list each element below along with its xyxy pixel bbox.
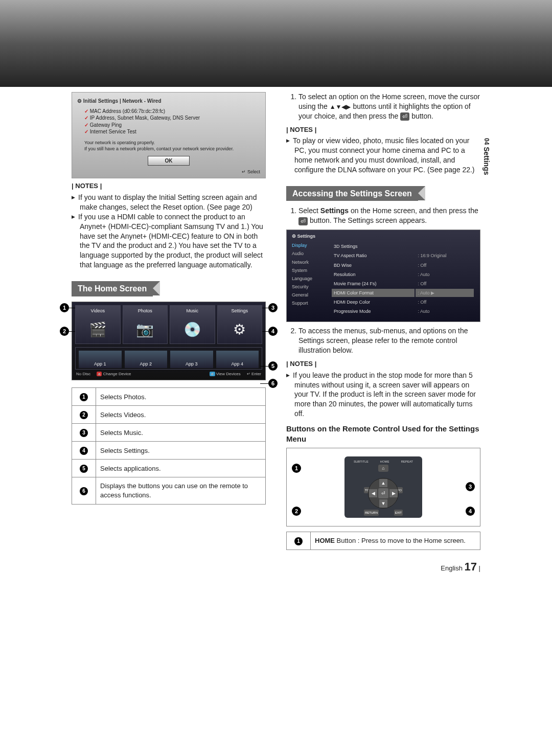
- menu-language[interactable]: Language: [292, 274, 328, 283]
- marker-1-icon: 1: [60, 303, 69, 312]
- table-row: 2Selects Videos.: [72, 406, 266, 424]
- home-app-2[interactable]: App 2: [125, 351, 168, 368]
- marker-2-icon: 2: [292, 507, 301, 516]
- home-tab-videos[interactable]: Videos 🎬: [75, 305, 121, 344]
- chevron-right-icon: ▶: [431, 290, 434, 295]
- enter-icon: ⏎: [298, 217, 308, 225]
- dialog-note: Your network is operating properly. If y…: [84, 140, 260, 152]
- home-screen-illustration: 1 2 3 4 5 6 Videos 🎬: [72, 302, 266, 381]
- table-row: 1 HOME Button : Press to move to the Hom…: [287, 532, 480, 549]
- menu-audio[interactable]: Audio: [292, 249, 328, 258]
- remote-legend-table: 1 HOME Button : Press to move to the Hom…: [286, 532, 480, 550]
- note-item: If you leave the product in the stop mod…: [294, 371, 480, 419]
- footer-language: English: [441, 564, 463, 572]
- notes-header: | NOTES |: [286, 359, 480, 369]
- enter-button[interactable]: ⏎: [378, 488, 388, 498]
- note-item: To play or view video, photo, music file…: [294, 136, 480, 175]
- videos-icon: 🎬: [76, 320, 120, 339]
- step-item: To select an option on the Home screen, …: [298, 92, 480, 121]
- home-app-4[interactable]: App 4: [216, 351, 259, 368]
- step-item: To access the menus, sub-menus, and opti…: [298, 326, 480, 355]
- step-item: Select Settings on the Home screen, and …: [298, 206, 480, 225]
- marker-6-icon: 6: [268, 379, 278, 388]
- menu-security[interactable]: Security: [292, 283, 328, 291]
- settings-title: Settings: [292, 233, 475, 239]
- header-gradient: [0, 0, 552, 87]
- menu-general[interactable]: General: [292, 291, 328, 299]
- table-row: 6Displays the buttons you can use on the…: [72, 477, 266, 504]
- home-status-bar: No Disc a Change Device d View Devices ↵…: [75, 372, 262, 377]
- home-legend-table: 1Selects Photos. 2Selects Videos. 3Selec…: [72, 387, 266, 504]
- marker-4-icon: 4: [268, 327, 278, 336]
- section-number: 04: [483, 138, 490, 145]
- marker-4-icon: 4: [466, 507, 475, 516]
- return-button[interactable]: RETURN: [364, 510, 379, 516]
- home-tab-settings[interactable]: Settings ⚙: [217, 305, 263, 344]
- section-label: Settings: [482, 147, 491, 175]
- marker-1-icon: 1: [292, 464, 301, 473]
- home-tab-music[interactable]: Music 💿: [170, 305, 215, 344]
- marker-3-icon: 3: [268, 303, 278, 312]
- arrow-down-icon[interactable]: ▼: [379, 499, 387, 508]
- dialog-item: Gateway Ping: [84, 122, 260, 129]
- home-button[interactable]: ⌂: [378, 465, 388, 472]
- marker-3-icon: 3: [466, 482, 475, 491]
- arrow-left-icon[interactable]: ◀: [369, 489, 377, 497]
- remote-illustration: 1 2 3 4 SUBTITLE HOME REPEAT ⌂ TOOLS INF…: [286, 448, 480, 526]
- network-dialog: Initial Settings | Network - Wired MAC A…: [72, 92, 266, 178]
- dpad-arrows-icon: ▲▼◀▶: [330, 103, 351, 110]
- page-number: 17: [465, 560, 477, 573]
- home-app-3[interactable]: App 3: [170, 351, 213, 368]
- note-item: If you use a HDMI cable to connect the p…: [80, 212, 266, 270]
- photos-icon: 📷: [123, 320, 168, 339]
- table-row: 1Selects Photos.: [72, 388, 266, 406]
- music-icon: 💿: [170, 320, 215, 339]
- remote-heading: Buttons on the Remote Control Used for t…: [286, 424, 480, 445]
- marker-2-icon: 2: [60, 327, 69, 336]
- gear-icon: ⚙: [218, 320, 262, 339]
- arrow-up-icon[interactable]: ▲: [379, 479, 387, 487]
- menu-network[interactable]: Network: [292, 258, 328, 266]
- dpad: TOOLS INFO RETURN EXIT ▲ ▼ ◀ ▶ ⏎: [363, 473, 404, 514]
- ok-button[interactable]: OK: [148, 156, 190, 166]
- remote-body: SUBTITLE HOME REPEAT ⌂ TOOLS INFO RETURN…: [344, 456, 422, 518]
- arrow-right-icon[interactable]: ▶: [389, 489, 398, 497]
- section-tab: 04 Settings: [482, 138, 491, 175]
- table-row: 4Selects Settings.: [72, 442, 266, 460]
- accessing-settings-heading: Accessing the Settings Screen: [286, 186, 418, 201]
- page-footer: English 17 |: [72, 560, 480, 574]
- home-label: HOME: [380, 460, 389, 464]
- dialog-item: Internet Service Test: [84, 128, 260, 135]
- marker-5-icon: 5: [268, 361, 278, 371]
- exit-button[interactable]: EXIT: [394, 510, 403, 516]
- menu-display[interactable]: Display: [292, 241, 328, 249]
- dialog-footer: ↵ Select: [77, 169, 260, 175]
- subtitle-label: SUBTITLE: [354, 460, 369, 464]
- dialog-title: Initial Settings | Network - Wired: [77, 98, 260, 105]
- settings-panel: Settings Display Audio Network System La…: [286, 230, 480, 322]
- note-item: If you want to display the Initial Setti…: [80, 193, 266, 212]
- notes-header: | NOTES |: [72, 181, 266, 191]
- home-app-1[interactable]: App 1: [79, 351, 122, 368]
- repeat-label: REPEAT: [401, 460, 413, 464]
- dialog-item: MAC Address (d0:66:7b:dc:28:fc): [84, 108, 260, 115]
- dialog-item: IP Address, Subnet Mask, Gateway, DNS Se…: [84, 114, 260, 122]
- table-row: 3Selects Music.: [72, 424, 266, 442]
- home-tab-photos[interactable]: Photos 📷: [123, 305, 168, 344]
- home-screen-heading: The Home Screen: [72, 281, 153, 296]
- menu-support[interactable]: Support: [292, 299, 328, 307]
- notes-header: | NOTES |: [286, 125, 480, 134]
- menu-system[interactable]: System: [292, 266, 328, 274]
- enter-icon: ⏎: [400, 112, 409, 121]
- table-row: 5Selects applications.: [72, 460, 266, 477]
